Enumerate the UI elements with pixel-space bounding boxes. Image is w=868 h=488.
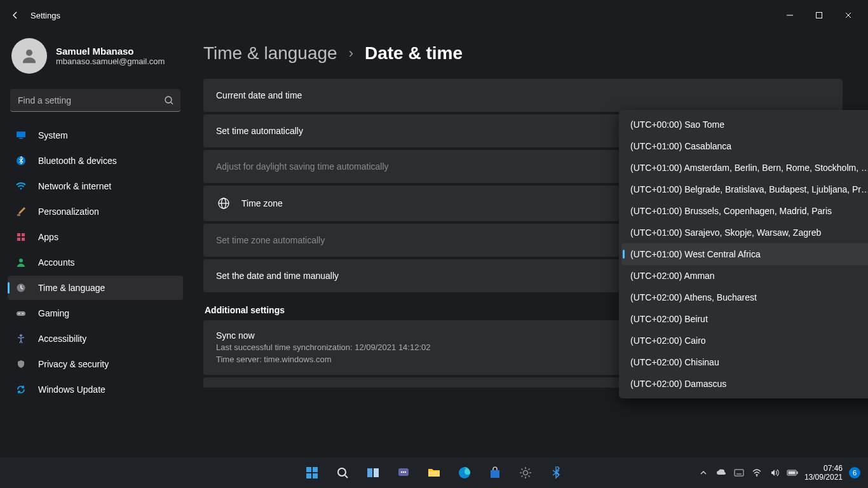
sidebar-item-accessibility[interactable]: Accessibility xyxy=(8,327,183,351)
sidebar-item-system[interactable]: System xyxy=(8,123,183,147)
svg-rect-9 xyxy=(17,214,20,216)
maximize-button[interactable] xyxy=(804,5,834,25)
svg-rect-24 xyxy=(313,467,318,472)
clock-icon xyxy=(15,282,27,294)
svg-rect-12 xyxy=(17,238,20,241)
taskbar-center xyxy=(299,460,569,485)
chevron-right-icon: › xyxy=(349,45,353,62)
svg-rect-35 xyxy=(428,471,440,477)
close-button[interactable] xyxy=(834,5,863,25)
timezone-option[interactable]: (UTC+01:00) Sarajevo, Skopje, Warsaw, Za… xyxy=(621,222,868,243)
svg-point-3 xyxy=(165,97,172,103)
sidebar-item-windows-update[interactable]: Windows Update xyxy=(8,377,183,402)
breadcrumb: Time & language › Date & time xyxy=(203,43,843,64)
sidebar-item-personalization[interactable]: Personalization xyxy=(8,200,183,224)
settings-button[interactable] xyxy=(513,460,538,485)
sidebar-item-label: Privacy & security xyxy=(38,359,109,369)
tray-icons xyxy=(698,467,798,478)
taskbar-clock[interactable]: 07:46 13/09/2021 xyxy=(804,464,843,482)
sidebar-item-label: Windows Update xyxy=(38,384,105,395)
accessibility-icon xyxy=(15,333,27,344)
svg-point-2 xyxy=(26,50,32,56)
minimize-button[interactable] xyxy=(775,5,804,25)
sidebar-item-label: System xyxy=(38,130,68,140)
taskbar: 07:46 13/09/2021 6 xyxy=(0,458,868,488)
search-icon xyxy=(164,95,174,105)
start-button[interactable] xyxy=(299,460,325,485)
store-button[interactable] xyxy=(482,460,508,485)
svg-point-33 xyxy=(403,471,404,473)
svg-point-14 xyxy=(19,259,23,262)
taskbar-right: 07:46 13/09/2021 6 xyxy=(698,464,868,482)
monitor-icon xyxy=(15,130,27,141)
sidebar-item-apps[interactable]: Apps xyxy=(8,225,183,249)
sidebar-item-label: Network & internet xyxy=(38,181,111,191)
timezone-dropdown[interactable]: (UTC+00:00) Sao Tome(UTC+01:00) Casablan… xyxy=(619,110,868,398)
sidebar-item-network-internet[interactable]: Network & internet xyxy=(8,174,183,198)
timezone-option[interactable]: (UTC+02:00) Athens, Bucharest xyxy=(621,287,868,308)
back-button[interactable] xyxy=(5,5,25,25)
sidebar-item-gaming[interactable]: Gaming xyxy=(8,301,183,325)
sidebar-item-label: Accounts xyxy=(38,257,75,268)
timezone-option[interactable]: (UTC+00:00) Sao Tome xyxy=(621,114,868,135)
svg-rect-1 xyxy=(817,13,822,18)
sidebar-item-privacy-security[interactable]: Privacy & security xyxy=(8,352,183,376)
svg-point-34 xyxy=(405,471,406,473)
edge-button[interactable] xyxy=(452,460,477,485)
timezone-option[interactable]: (UTC+02:00) Chisinau xyxy=(621,351,868,373)
timezone-option[interactable]: (UTC+01:00) Belgrade, Bratislava, Budape… xyxy=(621,179,868,200)
window-title: Settings xyxy=(31,11,60,20)
tray-keyboard-icon[interactable] xyxy=(733,467,745,478)
svg-rect-30 xyxy=(374,468,379,477)
sidebar-item-accounts[interactable]: Accounts xyxy=(8,250,183,274)
search-input[interactable] xyxy=(10,89,180,112)
search-button[interactable] xyxy=(330,460,355,485)
svg-point-41 xyxy=(756,475,757,477)
shield-icon xyxy=(15,358,27,370)
sidebar-item-label: Time & language xyxy=(38,283,105,293)
timezone-option[interactable]: (UTC+02:00) Damascus xyxy=(621,373,868,395)
bluetooth-button[interactable] xyxy=(543,460,569,485)
update-icon xyxy=(15,384,27,395)
svg-rect-6 xyxy=(19,138,23,139)
tray-chevron-icon[interactable] xyxy=(698,467,709,478)
svg-point-18 xyxy=(22,313,24,315)
svg-rect-29 xyxy=(367,468,372,477)
chat-button[interactable] xyxy=(391,460,416,485)
tray-wifi-icon[interactable] xyxy=(751,467,763,478)
sidebar-item-time-language[interactable]: Time & language xyxy=(8,276,183,300)
timezone-option[interactable]: (UTC+01:00) West Central Africa xyxy=(621,243,868,265)
sidebar-item-bluetooth-devices[interactable]: Bluetooth & devices xyxy=(8,149,183,173)
notification-badge[interactable]: 6 xyxy=(849,467,860,478)
timezone-option[interactable]: (UTC+02:00) Cairo xyxy=(621,330,868,351)
tray-volume-icon[interactable] xyxy=(769,467,780,478)
sidebar-item-label: Personalization xyxy=(38,207,99,217)
breadcrumb-parent[interactable]: Time & language xyxy=(203,43,337,64)
nav: SystemBluetooth & devicesNetwork & inter… xyxy=(8,123,183,402)
svg-point-38 xyxy=(524,471,528,475)
tray-battery-icon[interactable] xyxy=(787,467,798,478)
timezone-option[interactable]: (UTC+01:00) Amsterdam, Berlin, Bern, Rom… xyxy=(621,157,868,179)
brush-icon xyxy=(15,206,27,217)
sidebar-item-label: Accessibility xyxy=(38,334,86,344)
globe-icon xyxy=(216,197,231,210)
clock-date: 13/09/2021 xyxy=(804,473,843,482)
sidebar-item-label: Apps xyxy=(38,232,58,242)
svg-rect-13 xyxy=(22,238,25,241)
svg-point-19 xyxy=(20,334,22,337)
sidebar: Samuel Mbanaso mbanaso.samuel@gmail.com … xyxy=(0,30,191,458)
svg-rect-44 xyxy=(788,471,795,475)
person-icon xyxy=(15,257,27,268)
timezone-option[interactable]: (UTC+01:00) Brussels, Copenhagen, Madrid… xyxy=(621,200,868,222)
tray-onedrive-icon[interactable] xyxy=(715,467,727,478)
taskview-button[interactable] xyxy=(360,460,386,485)
profile[interactable]: Samuel Mbanaso mbanaso.samuel@gmail.com xyxy=(8,36,183,85)
timezone-option[interactable]: (UTC+02:00) Amman xyxy=(621,265,868,287)
wifi-icon xyxy=(15,180,27,192)
timezone-option[interactable]: (UTC+02:00) Beirut xyxy=(621,308,868,330)
explorer-button[interactable] xyxy=(421,460,447,485)
svg-rect-39 xyxy=(735,470,743,476)
timezone-option[interactable]: (UTC+01:00) Casablanca xyxy=(621,135,868,157)
svg-rect-5 xyxy=(17,132,25,137)
svg-rect-23 xyxy=(306,467,311,472)
